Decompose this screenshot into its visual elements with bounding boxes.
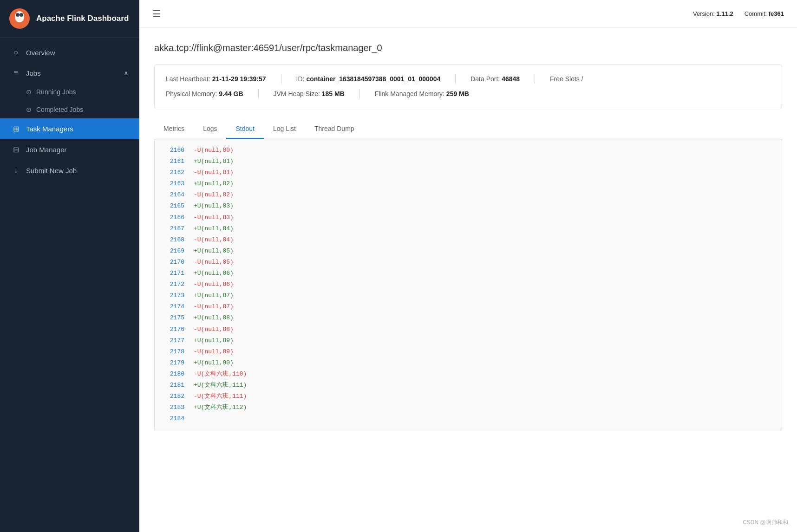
log-line-number: 2171 (162, 268, 184, 279)
completed-jobs-icon: ⊙ (26, 106, 32, 113)
commit-label: Commit: (745, 10, 767, 17)
log-line: 2161+U(null,81) (155, 156, 782, 167)
log-line-content: +U(null,87) (194, 291, 234, 301)
log-line: 2175+U(null,88) (155, 312, 782, 324)
log-line-content: -U(null,87) (194, 302, 234, 312)
data-port-value: 46848 (502, 75, 520, 83)
log-line: 2160-U(null,80) (155, 145, 782, 156)
divider-2 (455, 74, 456, 84)
log-line-number: 2172 (162, 279, 184, 290)
sidebar-item-submit-label: Submit New Job (26, 167, 77, 175)
info-row-2: Physical Memory: 9.44 GB JVM Heap Size: … (166, 89, 771, 98)
log-line: 2184 (155, 413, 782, 424)
log-line-number: 2176 (162, 324, 184, 335)
log-line-content: -U(null,89) (194, 347, 234, 357)
sidebar-title: Apache Flink Dashboard (36, 14, 129, 23)
log-line-content: -U(null,86) (194, 279, 234, 290)
free-slots-field: Free Slots / (550, 75, 583, 83)
log-line-content: -U(null,81) (194, 168, 234, 178)
log-line-content: -U(文科六班,110) (194, 369, 247, 379)
topbar-right: Version: 1.11.2 Commit: fe361 (693, 10, 784, 17)
log-line: 2179+U(null,90) (155, 357, 782, 369)
log-line-content: +U(null,81) (194, 156, 234, 167)
sidebar-item-completed-jobs[interactable]: ⊙ Completed Jobs (0, 101, 139, 118)
log-line-number: 2183 (162, 402, 184, 413)
log-container[interactable]: 2160-U(null,80)2161+U(null,81)2162-U(nul… (154, 139, 782, 430)
log-line: 2162-U(null,81) (155, 167, 782, 178)
log-line-content: -U(null,88) (194, 324, 234, 335)
log-line-number: 2170 (162, 257, 184, 267)
commit-value: fe361 (769, 10, 784, 17)
log-line-content: +U(文科六班,111) (194, 380, 247, 390)
sidebar-item-jobs-label: Jobs (26, 69, 41, 77)
log-line-number: 2166 (162, 213, 184, 223)
log-line-number: 2180 (162, 369, 184, 379)
jvm-heap-field: JVM Heap Size: 185 MB (274, 90, 345, 97)
tab-metrics[interactable]: Metrics (154, 119, 194, 139)
log-line-number: 2164 (162, 190, 184, 200)
sidebar-item-job-manager[interactable]: ⊟ Job Manager (0, 139, 139, 160)
tab-logs[interactable]: Logs (194, 119, 226, 139)
log-line-content: +U(null,88) (194, 313, 234, 323)
log-line-number: 2182 (162, 391, 184, 402)
log-line: 2181+U(文科六班,111) (155, 380, 782, 391)
log-line-number: 2175 (162, 313, 184, 323)
tab-log-list[interactable]: Log List (264, 119, 305, 139)
data-port-field: Data Port: 46848 (470, 75, 520, 83)
sidebar-item-running-jobs-label: Running Jobs (36, 88, 76, 96)
log-line: 2169+U(null,85) (155, 246, 782, 257)
log-line: 2177+U(null,89) (155, 335, 782, 346)
page-title: akka.tcp://flink@master:46591/user/rpc/t… (154, 43, 782, 53)
overview-icon: ○ (11, 48, 20, 57)
log-line-content: +U(null,83) (194, 201, 234, 211)
log-line-number: 2163 (162, 179, 184, 189)
hamburger-icon[interactable]: ☰ (152, 8, 161, 19)
sidebar-item-jobs[interactable]: ≡ Jobs ∧ (0, 63, 139, 83)
sidebar-item-running-jobs[interactable]: ⊙ Running Jobs (0, 83, 139, 101)
log-line: 2173+U(null,87) (155, 290, 782, 301)
svg-point-3 (20, 13, 23, 17)
commit-info: Commit: fe361 (745, 10, 784, 17)
tab-stdout[interactable]: Stdout (226, 119, 263, 139)
job-manager-icon: ⊟ (11, 145, 20, 154)
log-line: 2183+U(文科六班,112) (155, 402, 782, 413)
flink-memory-field: Flink Managed Memory: 259 MB (375, 90, 469, 97)
version-label: Version: (693, 10, 715, 17)
log-line-content: -U(null,85) (194, 257, 234, 267)
sidebar-item-overview[interactable]: ○ Overview (0, 42, 139, 63)
sidebar-item-submit-new-job[interactable]: ↓ Submit New Job (0, 160, 139, 181)
log-line-content: -U(null,82) (194, 190, 234, 200)
id-value: container_1638184597388_0001_01_000004 (306, 75, 440, 83)
submit-icon: ↓ (11, 166, 20, 175)
divider-5 (359, 89, 360, 98)
log-line: 2178-U(null,89) (155, 346, 782, 357)
info-row-1: Last Heartbeat: 21-11-29 19:39:57 ID: co… (166, 74, 771, 84)
log-line-content: -U(文科六班,111) (194, 391, 247, 402)
sidebar-item-task-managers[interactable]: ⊞ Task Managers (0, 118, 139, 139)
log-line-number: 2177 (162, 336, 184, 346)
divider-3 (535, 74, 535, 84)
topbar: ☰ Version: 1.11.2 Commit: fe361 (139, 0, 797, 28)
log-line-number: 2162 (162, 168, 184, 178)
log-line-content: +U(null,84) (194, 224, 234, 234)
log-line-content: +U(文科六班,112) (194, 402, 247, 413)
tab-thread-dump[interactable]: Thread Dump (305, 119, 364, 139)
sidebar-item-completed-jobs-label: Completed Jobs (36, 106, 83, 113)
log-line: 2182-U(文科六班,111) (155, 391, 782, 402)
physical-memory-field: Physical Memory: 9.44 GB (166, 90, 243, 97)
version-value: 1.11.2 (717, 10, 733, 17)
log-line-number: 2174 (162, 302, 184, 312)
running-jobs-icon: ⊙ (26, 88, 32, 96)
log-line-number: 2167 (162, 224, 184, 234)
log-line-number: 2179 (162, 358, 184, 368)
log-line: 2166-U(null,83) (155, 212, 782, 223)
log-line-number: 2161 (162, 156, 184, 167)
log-line-content: -U(null,80) (194, 145, 234, 156)
log-line-number: 2178 (162, 347, 184, 357)
log-line: 2170-U(null,85) (155, 257, 782, 268)
sidebar: Apache Flink Dashboard ○ Overview ≡ Jobs… (0, 0, 139, 532)
main-content: ☰ Version: 1.11.2 Commit: fe361 akka.tcp… (139, 0, 797, 532)
svg-point-2 (16, 13, 20, 17)
divider-1 (281, 74, 281, 84)
log-line-number: 2168 (162, 235, 184, 245)
